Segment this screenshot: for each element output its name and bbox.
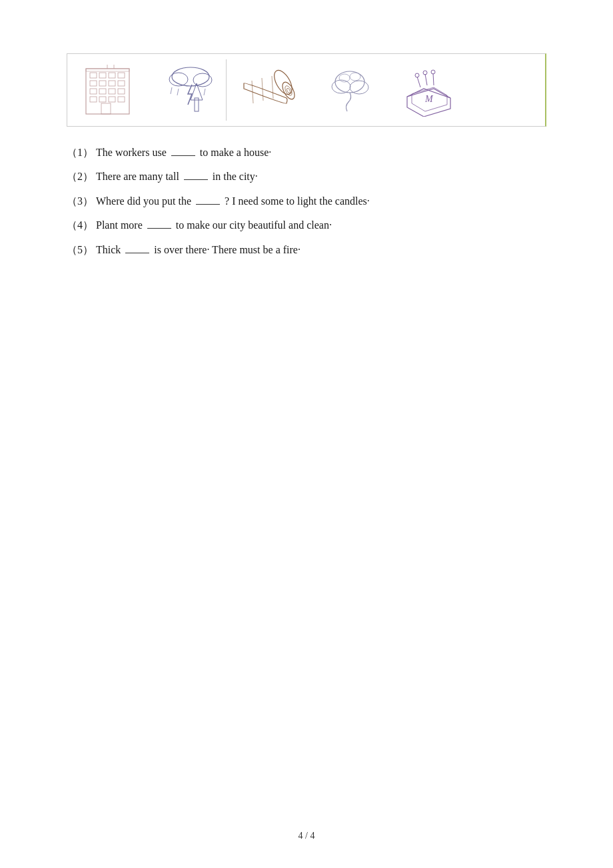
sentence-5: （5） Thick is over there· There must be a… [67,240,546,260]
svg-rect-10 [99,89,106,94]
svg-point-21 [172,67,209,86]
svg-line-46 [433,73,434,85]
svg-rect-4 [118,73,125,78]
svg-rect-15 [109,97,115,102]
svg-rect-12 [118,89,125,94]
sentence-4-num: （4） [67,215,93,235]
sentence-1-before: The workers use [96,143,167,163]
sentences-section: （1） The workers use to make a house· （2）… [67,143,546,260]
sentence-3: （3） Where did you put the ? I need some … [67,191,546,211]
sentence-4-before: Plant more [96,215,143,235]
sentence-3-blank [196,204,220,205]
sentence-2: （2） There are many tall in the city· [67,167,546,187]
log-image [235,59,306,121]
sentence-3-before: Where did you put the [96,191,191,211]
page-content: M （1） The workers use to make a house· （… [0,0,613,304]
sentence-2-before: There are many tall [96,167,179,187]
svg-rect-5 [90,81,97,86]
cloud-image [314,59,385,121]
svg-rect-9 [90,89,97,94]
svg-line-28 [204,89,205,95]
svg-rect-1 [90,73,97,78]
image-strip: M [67,53,546,127]
svg-rect-3 [109,73,115,78]
svg-point-37 [332,80,350,93]
sentence-2-blank [184,179,208,180]
svg-point-40 [350,73,360,81]
svg-rect-14 [99,97,106,102]
matchbox-image: M [393,59,464,121]
sentence-1-after: to make a house· [200,143,272,163]
sentence-2-after: in the city· [213,167,258,187]
svg-rect-17 [101,103,111,114]
sentence-5-after: is over there· There must be a fire· [154,240,301,260]
sentence-3-num: （3） [67,191,93,211]
svg-line-35 [272,76,273,99]
svg-point-39 [339,74,350,82]
svg-point-30 [280,80,297,101]
svg-point-38 [350,81,368,94]
svg-line-42 [417,77,420,87]
svg-rect-11 [109,89,115,94]
sentence-1-blank [171,155,195,156]
sentence-5-before: Thick [96,240,121,260]
svg-rect-2 [99,73,106,78]
sentence-5-num: （5） [67,240,93,260]
sentence-4: （4） Plant more to make our city beautifu… [67,215,546,235]
svg-rect-16 [118,97,125,102]
sentence-1-num: （1） [67,143,93,163]
page-number: 4 / 4 [299,831,315,841]
sentence-5-blank [125,253,149,253]
page-footer: 4 / 4 [0,831,613,841]
svg-line-26 [171,87,172,94]
svg-line-27 [177,89,179,95]
sentence-1: （1） The workers use to make a house· [67,143,546,163]
sentence-2-num: （2） [67,167,93,187]
svg-rect-7 [109,81,115,86]
building-image [75,59,147,121]
svg-line-44 [425,74,427,85]
sentence-4-blank [147,228,171,229]
sentence-3-after: ? I need some to light the candles· [225,191,370,211]
smoke-tree-image [155,59,227,121]
svg-rect-8 [118,81,125,86]
sentence-4-after: to make our city beautiful and clean· [176,215,332,235]
svg-rect-13 [90,97,97,102]
svg-text:M: M [424,94,434,104]
svg-rect-0 [86,69,129,114]
svg-rect-6 [99,81,106,86]
